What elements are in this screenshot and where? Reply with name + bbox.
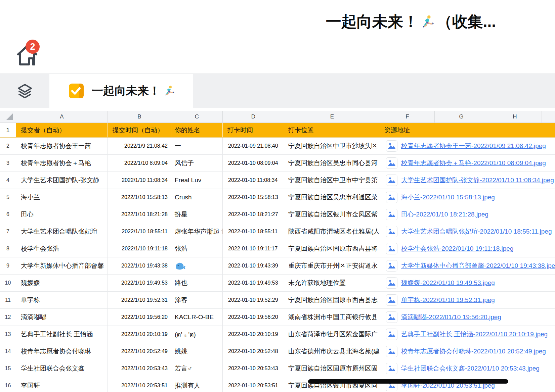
cell-name[interactable]: 路也 xyxy=(171,275,223,291)
cell-checkin-time[interactable]: 2022-01-09 21:08:40 xyxy=(223,138,284,154)
header-cell-name[interactable]: 你的姓名 xyxy=(171,123,223,137)
row-number[interactable]: 4 xyxy=(0,172,16,189)
resource-link[interactable]: 海小兰-2022/01/10 15:58:13.jpeg xyxy=(401,193,495,202)
cell-submitter[interactable]: 李国轩 xyxy=(16,377,108,392)
cell-submitter[interactable]: 海小兰 xyxy=(16,189,108,206)
row-number[interactable]: 1 xyxy=(0,123,16,137)
column-header-g[interactable]: G xyxy=(435,111,488,122)
resource-link[interactable]: 大学生新媒体中心播音部曾馨-2022/01/10 19:43:38.jpeg xyxy=(401,261,555,270)
row-number[interactable]: 9 xyxy=(0,257,16,274)
cell-submit-time[interactable]: 2022/1/10 15:58:13 xyxy=(108,189,171,206)
row-number[interactable]: 2 xyxy=(0,138,16,154)
cell-resource[interactable]: 校青年志愿者协会王一茜-2022/01/09 21:08:42.jpeg xyxy=(380,138,555,154)
cell-location[interactable]: 山东省德州市庆云县北海名苑(建 xyxy=(284,343,380,360)
cell-resource[interactable]: 单宇栋-2022/01/10 19:52:31.jpeg xyxy=(380,292,555,308)
cell-resource[interactable]: 海小兰-2022/01/10 15:58:13.jpeg xyxy=(380,189,555,206)
cell-checkin-time[interactable]: 2022-01-10 08:09:04 xyxy=(223,155,284,172)
cell-name[interactable]: Crush xyxy=(171,189,223,206)
cell-location[interactable]: 宁夏回族自治区银川市金凤区紫 xyxy=(284,206,380,223)
cell-submit-time[interactable]: 2022/1/10 19:56:20 xyxy=(108,309,171,326)
cell-resource[interactable]: 校青年志愿者协会＋马艳-2022/01/10 08:09:04.jpeg xyxy=(380,155,555,172)
cell-resource[interactable]: 学生社团联合会张文鑫-2022/01/10 20:53:43.jpeg xyxy=(380,360,555,377)
resource-link[interactable]: 单宇栋-2022/01/10 19:52:31.jpeg xyxy=(401,296,495,304)
cell-name[interactable]: Freal Luv xyxy=(171,172,223,189)
cell-name[interactable]: 风信子 xyxy=(171,155,223,172)
row-number[interactable]: 3 xyxy=(0,155,16,172)
resource-link[interactable]: 滴滴嘟嘟-2022/01/10 19:56:20.jpeg xyxy=(401,313,501,322)
cell-name[interactable] xyxy=(171,257,223,274)
cell-submitter[interactable]: 田心 xyxy=(16,206,108,223)
cell-submitter[interactable]: 大学生艺术团国护队-张文静 xyxy=(16,172,108,189)
cell-resource[interactable]: 大学生艺术团合唱队张妃瑄-2022/01/10 18:55:11.jpeg xyxy=(380,223,555,240)
cell-name[interactable]: 姚姚 xyxy=(171,343,223,360)
cell-name[interactable]: 一 xyxy=(171,138,223,154)
cell-name[interactable]: (ด' ₃ 'ด) xyxy=(171,326,223,343)
row-number[interactable]: 16 xyxy=(0,377,16,392)
cell-checkin-time[interactable]: 2022-01-10 19:52:29 xyxy=(223,292,284,308)
resource-link[interactable]: 田心-2022/01/10 18:21:28.jpeg xyxy=(401,210,488,219)
resource-link[interactable]: 魏媛媛-2022/01/10 19:49:53.jpeg xyxy=(401,279,495,287)
cell-checkin-time[interactable]: 2022-01-10 15:58:13 xyxy=(223,189,284,206)
cell-submit-time[interactable]: 2022/1/9 21:08:42 xyxy=(108,138,171,154)
row-number[interactable]: 10 xyxy=(0,275,16,291)
column-header-b[interactable]: B xyxy=(108,111,171,122)
cell-location[interactable]: 宁夏回族自治区固原市原州区固 xyxy=(284,360,380,377)
cell-checkin-time[interactable]: 2022-01-10 19:43:39 xyxy=(223,257,284,274)
cell-resource[interactable]: 田心-2022/01/10 18:21:28.jpeg xyxy=(380,206,555,223)
cell-resource[interactable]: 校青年志愿者协会付晓琳-2022/01/10 20:52:49.jpeg xyxy=(380,343,555,360)
resource-link[interactable]: 艺典手工社副社长 王怡涵-2022/01/10 20:10:19.jpeg xyxy=(401,330,548,339)
cell-name[interactable]: 推测有人 xyxy=(171,377,223,392)
cell-submit-time[interactable]: 2022/1/10 19:11:18 xyxy=(108,240,171,257)
cell-submitter[interactable]: 大学生艺术团合唱队张妃瑄 xyxy=(16,223,108,240)
cell-location[interactable]: 宁夏回族自治区固原市西吉县志 xyxy=(284,292,380,308)
cell-submit-time[interactable]: 2022/1/10 20:52:49 xyxy=(108,343,171,360)
column-header-c[interactable]: C xyxy=(171,111,223,122)
resource-link[interactable]: 大学生艺术团合唱队张妃瑄-2022/01/10 18:55:11.jpeg xyxy=(401,227,552,236)
cell-name[interactable]: 张浩 xyxy=(171,240,223,257)
row-number[interactable]: 12 xyxy=(0,309,16,326)
row-number[interactable]: 7 xyxy=(0,223,16,240)
column-header-f[interactable]: F xyxy=(380,111,435,122)
cell-submit-time[interactable]: 2022/1/10 11:08:34 xyxy=(108,172,171,189)
cell-submitter[interactable]: 魏媛媛 xyxy=(16,275,108,291)
resource-link[interactable]: 校青年志愿者协会＋马艳-2022/01/10 08:09:04.jpeg xyxy=(401,159,546,167)
resource-link[interactable]: 学生社团联合会张文鑫-2022/01/10 20:53:43.jpeg xyxy=(401,364,540,373)
column-header-a[interactable]: A xyxy=(16,111,108,122)
cell-location[interactable]: 宁夏回族自治区固原市西吉县将 xyxy=(284,240,380,257)
cell-resource[interactable]: 大学生新媒体中心播音部曾馨-2022/01/10 19:43:38.jpeg xyxy=(380,257,555,274)
cell-submit-time[interactable]: 2022/1/10 20:53:43 xyxy=(108,360,171,377)
cell-name[interactable]: 涂客 xyxy=(171,292,223,308)
cell-submitter[interactable]: 校青年志愿者协会王一茜 xyxy=(16,138,108,154)
cell-checkin-time[interactable]: 2022-01-10 19:11:17 xyxy=(223,240,284,257)
row-number[interactable]: 8 xyxy=(0,240,16,257)
cell-submitter[interactable]: 大学生新媒体中心播音部曾馨 xyxy=(16,257,108,274)
cell-checkin-time[interactable]: 2022-01-10 19:49:53 xyxy=(223,275,284,291)
cell-submitter[interactable]: 校青年志愿者协会＋马艳 xyxy=(16,155,108,172)
cell-submit-time[interactable]: 2022/1/10 8:09:04 xyxy=(108,155,171,172)
cell-submit-time[interactable]: 2022/1/10 19:49:53 xyxy=(108,275,171,291)
home-button[interactable]: 2 xyxy=(16,43,42,70)
cell-resource[interactable]: 校学生会张浩-2022/01/10 19:11:18.jpeg xyxy=(380,240,555,257)
cell-checkin-time[interactable]: 2022-01-10 19:56:20 xyxy=(223,309,284,326)
cell-name[interactable]: 虚张年华声渐起 世 xyxy=(171,223,223,240)
cell-location[interactable]: 宁夏回族自治区中卫市沙坡头区 xyxy=(284,138,380,154)
cell-resource[interactable]: 大学生艺术团国护队-张文静-2022/01/10 11:08:34.jpeg xyxy=(380,172,555,189)
header-cell-submitter[interactable]: 提交者（自动） xyxy=(16,123,108,137)
cell-location[interactable]: 湖南省株洲市中国工商银行攸县 xyxy=(284,309,380,326)
row-number[interactable]: 11 xyxy=(0,292,16,308)
cell-submit-time[interactable]: 2022/1/10 18:55:11 xyxy=(108,223,171,240)
cell-resource[interactable]: 艺典手工社副社长 王怡涵-2022/01/10 20:10:19.jpeg xyxy=(380,326,555,343)
cell-location[interactable]: 未允许获取地理位置 xyxy=(284,275,380,291)
cell-checkin-time[interactable]: 2022-01-10 20:53:51 xyxy=(223,377,284,392)
resource-link[interactable]: 校青年志愿者协会王一茜-2022/01/09 21:08:42.jpeg xyxy=(401,142,546,150)
header-cell-checkin-time[interactable]: 打卡时间 xyxy=(223,123,284,137)
cell-checkin-time[interactable]: 2022-01-10 18:21:27 xyxy=(223,206,284,223)
cell-submitter[interactable]: 单宇栋 xyxy=(16,292,108,308)
header-cell-resource[interactable]: 资源地址 xyxy=(380,123,555,137)
cell-resource[interactable]: 滴滴嘟嘟-2022/01/10 19:56:20.jpeg xyxy=(380,309,555,326)
cell-submitter[interactable]: 校青年志愿者协会付晓琳 xyxy=(16,343,108,360)
cell-submitter[interactable]: 艺典手工社副社长 王怡涵 xyxy=(16,326,108,343)
cell-submitter[interactable]: 校学生会张浩 xyxy=(16,240,108,257)
cell-location[interactable]: 宁夏回族自治区中卫市中宁县第 xyxy=(284,172,380,189)
cell-submit-time[interactable]: 2022/1/10 20:10:19 xyxy=(108,326,171,343)
